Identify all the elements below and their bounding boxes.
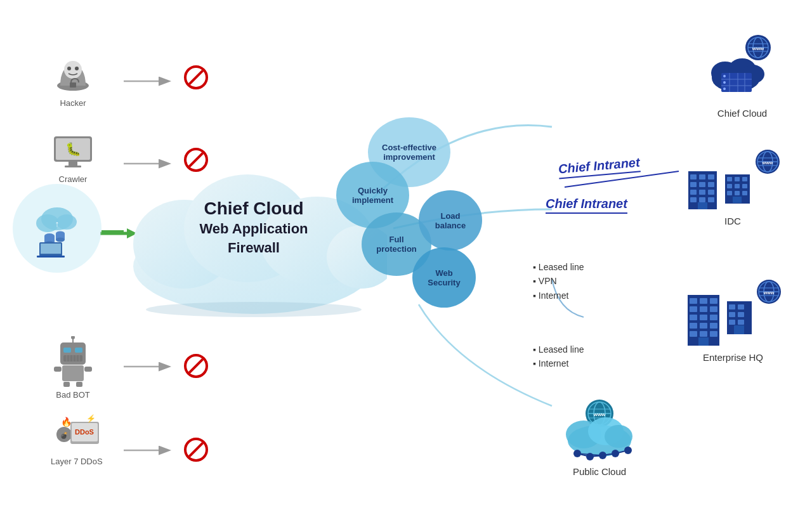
svg-text:www: www bbox=[763, 290, 775, 295]
svg-rect-97 bbox=[727, 177, 732, 181]
svg-rect-103 bbox=[727, 191, 732, 195]
svg-point-80 bbox=[723, 81, 726, 84]
svg-rect-20 bbox=[41, 244, 61, 254]
svg-rect-129 bbox=[710, 331, 717, 337]
svg-rect-122 bbox=[700, 315, 707, 320]
svg-rect-102 bbox=[742, 184, 747, 188]
svg-rect-98 bbox=[735, 177, 740, 181]
chief-cloud-label: Chief Cloud bbox=[717, 108, 767, 119]
svg-rect-21 bbox=[37, 256, 65, 258]
idc-connections: Leased line VPN Internet bbox=[533, 260, 584, 303]
svg-point-79 bbox=[723, 75, 726, 77]
chief-intranet-middle: Chief Intranet bbox=[546, 197, 627, 214]
svg-rect-134 bbox=[729, 312, 735, 317]
right-public-cloud: www Public Cloud bbox=[558, 400, 641, 477]
enterprise-hq-label: Enterprise HQ bbox=[703, 352, 763, 363]
right-enterprise-hq: www Enterprise HQ bbox=[684, 292, 782, 363]
svg-rect-101 bbox=[735, 184, 740, 188]
svg-rect-88 bbox=[708, 182, 714, 187]
svg-rect-45 bbox=[54, 367, 62, 372]
ddos-label: Layer 7 DDoS bbox=[51, 457, 103, 466]
svg-rect-119 bbox=[700, 306, 707, 312]
svg-rect-92 bbox=[690, 197, 697, 202]
idc-label: IDC bbox=[724, 216, 741, 226]
svg-rect-132 bbox=[729, 304, 735, 310]
chief-intranet-top: Chief Intranet bbox=[558, 155, 641, 179]
svg-rect-86 bbox=[690, 182, 697, 187]
cloud-title-line1: Chief Cloud bbox=[187, 198, 320, 219]
threat-badbot: Bad BOT bbox=[51, 336, 95, 400]
svg-rect-130 bbox=[698, 337, 709, 346]
svg-rect-127 bbox=[690, 331, 697, 337]
svg-rect-117 bbox=[710, 298, 717, 304]
svg-rect-84 bbox=[699, 174, 705, 179]
svg-point-25 bbox=[67, 67, 71, 70]
enterprise-connection-1: Leased line bbox=[533, 342, 584, 356]
svg-text:www: www bbox=[762, 160, 773, 165]
svg-text:🐛: 🐛 bbox=[65, 141, 81, 157]
svg-rect-34 bbox=[63, 348, 71, 353]
svg-rect-85 bbox=[708, 174, 714, 179]
svg-rect-124 bbox=[690, 323, 697, 329]
threat-hacker: Hacker bbox=[51, 51, 95, 108]
svg-rect-105 bbox=[742, 191, 747, 195]
svg-rect-35 bbox=[75, 348, 82, 353]
svg-point-43 bbox=[71, 336, 75, 339]
svg-rect-95 bbox=[698, 202, 707, 209]
cloud-title-line2: Web Application Firewall bbox=[187, 219, 320, 259]
crawler-label: Crawler bbox=[59, 174, 88, 184]
svg-rect-116 bbox=[700, 298, 707, 304]
hacker-block bbox=[184, 65, 208, 92]
svg-rect-44 bbox=[62, 365, 84, 381]
user-source: ↑ bbox=[13, 184, 102, 273]
svg-rect-94 bbox=[708, 197, 714, 202]
svg-rect-48 bbox=[76, 382, 82, 387]
svg-rect-89 bbox=[690, 190, 697, 195]
svg-rect-83 bbox=[690, 174, 697, 179]
svg-rect-138 bbox=[734, 325, 744, 334]
svg-point-26 bbox=[75, 67, 79, 70]
svg-rect-135 bbox=[738, 312, 744, 317]
svg-text:www: www bbox=[593, 412, 606, 417]
main-cloud: Chief Cloud Web Application Firewall bbox=[121, 140, 387, 317]
svg-rect-128 bbox=[700, 331, 707, 337]
enterprise-connections: Leased line Internet bbox=[533, 342, 584, 371]
svg-text:DDoS: DDoS bbox=[75, 428, 94, 436]
ddos-block bbox=[184, 438, 208, 464]
svg-rect-46 bbox=[84, 367, 92, 372]
svg-rect-91 bbox=[708, 190, 714, 195]
svg-rect-136 bbox=[729, 320, 735, 325]
svg-point-81 bbox=[723, 88, 726, 90]
badbot-block bbox=[184, 354, 208, 381]
idc-connection-2: VPN bbox=[533, 274, 584, 288]
svg-rect-123 bbox=[710, 315, 717, 320]
svg-rect-90 bbox=[699, 190, 705, 195]
svg-rect-106 bbox=[733, 197, 742, 203]
svg-point-24 bbox=[64, 61, 82, 79]
svg-rect-47 bbox=[63, 382, 70, 387]
badbot-label: Bad BOT bbox=[56, 390, 89, 400]
svg-rect-93 bbox=[699, 197, 705, 202]
svg-rect-133 bbox=[738, 304, 744, 310]
svg-point-18 bbox=[56, 238, 65, 242]
svg-rect-31 bbox=[69, 162, 77, 166]
svg-point-61 bbox=[146, 302, 362, 317]
public-cloud-label: Public Cloud bbox=[573, 466, 626, 477]
svg-rect-118 bbox=[690, 306, 697, 312]
svg-rect-104 bbox=[735, 191, 740, 195]
svg-text:⚡: ⚡ bbox=[86, 414, 96, 423]
hacker-label: Hacker bbox=[60, 98, 86, 108]
svg-rect-73 bbox=[721, 73, 752, 92]
enterprise-connection-2: Internet bbox=[533, 356, 584, 370]
svg-rect-99 bbox=[742, 177, 747, 181]
svg-rect-115 bbox=[690, 298, 697, 304]
svg-rect-121 bbox=[690, 315, 697, 320]
svg-rect-87 bbox=[699, 182, 705, 187]
idc-connection-3: Internet bbox=[533, 289, 584, 303]
threat-crawler: 🐛 Crawler bbox=[51, 133, 95, 184]
bubble-load-balance: Load balance bbox=[419, 190, 482, 251]
svg-rect-32 bbox=[65, 166, 81, 167]
svg-point-12 bbox=[56, 214, 77, 230]
svg-rect-125 bbox=[700, 323, 707, 329]
svg-text:↑: ↑ bbox=[55, 219, 60, 229]
